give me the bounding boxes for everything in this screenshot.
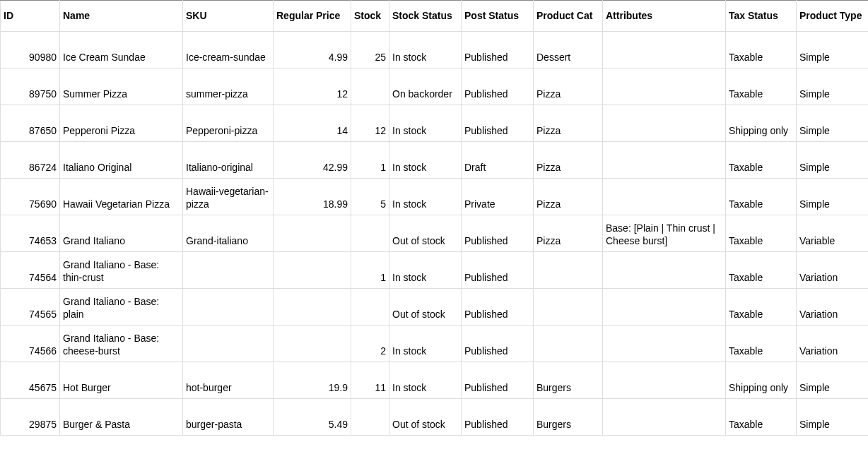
cell-product_cat [534, 289, 603, 325]
cell-name: Italiano Original [60, 142, 183, 179]
cell-post_status: Published [462, 105, 534, 142]
cell-tax_status: Taxable [726, 32, 797, 68]
cell-product_type: Simple [797, 32, 869, 68]
cell-regular_price [274, 325, 351, 362]
cell-post_status: Published [462, 252, 534, 289]
cell-post_status: Published [462, 289, 534, 325]
cell-name: Ice Cream Sundae [60, 32, 183, 68]
cell-name: Pepperoni Pizza [60, 105, 183, 142]
cell-stock: 12 [351, 105, 389, 142]
cell-id: 74653 [1, 215, 60, 252]
column-header-post_status: Post Status [462, 1, 534, 32]
cell-tax_status: Taxable [726, 399, 797, 436]
cell-tax_status: Shipping only [726, 105, 797, 142]
cell-regular_price: 19.9 [274, 362, 351, 399]
cell-id: 90980 [1, 32, 60, 68]
cell-attributes [603, 179, 726, 215]
cell-stock_status: On backorder [389, 68, 462, 105]
cell-stock_status: Out of stock [389, 399, 462, 436]
table-row: 74653Grand ItalianoGrand-italianoOut of … [1, 215, 869, 252]
cell-tax_status: Taxable [726, 289, 797, 325]
table-row: 29875Burger & Pastaburger-pasta5.49Out o… [1, 399, 869, 436]
cell-id: 89750 [1, 68, 60, 105]
column-header-tax_status: Tax Status [726, 1, 797, 32]
cell-tax_status: Taxable [726, 142, 797, 179]
cell-post_status: Published [462, 325, 534, 362]
cell-tax_status: Taxable [726, 179, 797, 215]
cell-id: 86724 [1, 142, 60, 179]
cell-product_type: Simple [797, 399, 869, 436]
cell-stock: 2 [351, 325, 389, 362]
cell-sku: hot-burger [183, 362, 274, 399]
cell-id: 45675 [1, 362, 60, 399]
cell-tax_status: Taxable [726, 215, 797, 252]
cell-post_status: Private [462, 179, 534, 215]
column-header-product_cat: Product Cat [534, 1, 603, 32]
cell-product_type: Simple [797, 105, 869, 142]
cell-tax_status: Taxable [726, 252, 797, 289]
cell-stock: 25 [351, 32, 389, 68]
cell-post_status: Published [462, 32, 534, 68]
cell-sku: Ice-cream-sundae [183, 32, 274, 68]
cell-product_cat: Burgers [534, 399, 603, 436]
cell-id: 87650 [1, 105, 60, 142]
table-row: 86724Italiano OriginalItaliano-original4… [1, 142, 869, 179]
table-header: IDNameSKURegular PriceStockStock StatusP… [1, 1, 869, 32]
cell-attributes [603, 289, 726, 325]
cell-post_status: Published [462, 68, 534, 105]
cell-name: Grand Italiano - Base: thin-crust [60, 252, 183, 289]
cell-attributes [603, 68, 726, 105]
cell-product_cat [534, 325, 603, 362]
cell-product_type: Variation [797, 289, 869, 325]
cell-stock_status: In stock [389, 252, 462, 289]
cell-regular_price: 5.49 [274, 399, 351, 436]
cell-stock [351, 215, 389, 252]
cell-stock_status: In stock [389, 142, 462, 179]
column-header-name: Name [60, 1, 183, 32]
cell-regular_price: 42.99 [274, 142, 351, 179]
cell-id: 75690 [1, 179, 60, 215]
cell-product_type: Simple [797, 362, 869, 399]
cell-stock: 11 [351, 362, 389, 399]
cell-stock [351, 68, 389, 105]
cell-post_status: Published [462, 215, 534, 252]
cell-attributes [603, 399, 726, 436]
cell-product_type: Variation [797, 325, 869, 362]
table-row: 74566Grand Italiano - Base: cheese-burst… [1, 325, 869, 362]
cell-attributes: Base: [Plain | Thin crust | Cheese burst… [603, 215, 726, 252]
cell-name: Hawaii Vegetarian Pizza [60, 179, 183, 215]
cell-stock_status: In stock [389, 325, 462, 362]
cell-product_cat: Pizza [534, 179, 603, 215]
cell-stock_status: Out of stock [389, 289, 462, 325]
cell-stock [351, 399, 389, 436]
cell-attributes [603, 105, 726, 142]
cell-post_status: Published [462, 399, 534, 436]
cell-regular_price [274, 252, 351, 289]
cell-regular_price: 18.99 [274, 179, 351, 215]
cell-stock_status: In stock [389, 362, 462, 399]
table-row: 74565Grand Italiano - Base: plainOut of … [1, 289, 869, 325]
column-header-id: ID [1, 1, 60, 32]
cell-name: Grand Italiano [60, 215, 183, 252]
cell-sku: Italiano-original [183, 142, 274, 179]
cell-sku: summer-pizza [183, 68, 274, 105]
cell-sku: Grand-italiano [183, 215, 274, 252]
cell-regular_price [274, 289, 351, 325]
cell-product_cat: Pizza [534, 142, 603, 179]
cell-product_type: Simple [797, 68, 869, 105]
cell-name: Hot Burger [60, 362, 183, 399]
cell-product_type: Variable [797, 215, 869, 252]
cell-id: 74565 [1, 289, 60, 325]
cell-attributes [603, 325, 726, 362]
cell-sku: burger-pasta [183, 399, 274, 436]
cell-post_status: Draft [462, 142, 534, 179]
cell-sku [183, 289, 274, 325]
cell-product_cat: Dessert [534, 32, 603, 68]
table-row: 74564Grand Italiano - Base: thin-crust1I… [1, 252, 869, 289]
table-row: 89750Summer Pizzasummer-pizza12On backor… [1, 68, 869, 105]
column-header-regular_price: Regular Price [274, 1, 351, 32]
cell-regular_price: 12 [274, 68, 351, 105]
cell-stock_status: In stock [389, 179, 462, 215]
cell-attributes [603, 32, 726, 68]
table-body: 90980Ice Cream SundaeIce-cream-sundae4.9… [1, 32, 869, 436]
